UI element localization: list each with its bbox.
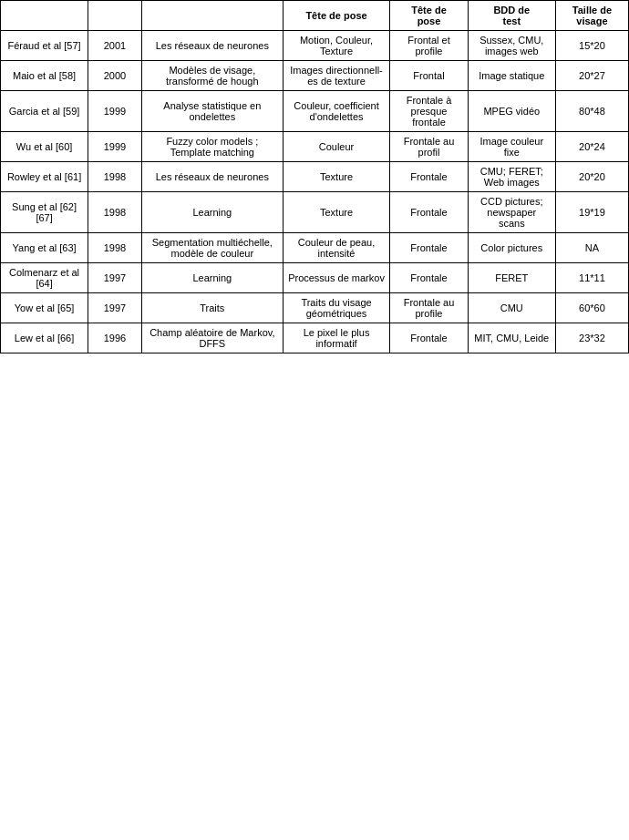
cell-approche: Learning [141,263,283,293]
cell-tete-pose2: Frontal [390,61,468,91]
cell-bdd: Image statique [468,61,555,91]
header-tete-pose: Tête de pose [283,1,390,31]
cell-approche: Traits [141,293,283,323]
table-row: Yow et al [65]1997TraitsTraits du visage… [1,293,629,323]
header-taille: Taille devisage [555,1,628,31]
table-row: Sung et al [62][67]1998LearningTextureFr… [1,192,629,233]
table-row: Garcia et al [59]1999Analyse statistique… [1,91,629,132]
cell-bdd: Color pictures [468,233,555,263]
cell-auteurs: Maio et al [58] [1,61,88,91]
cell-approche: Fuzzy color models ; Template matching [141,132,283,162]
cell-tete-pose: Processus de markov [283,263,390,293]
cell-tete-pose: Motion, Couleur, Texture [283,31,390,61]
cell-tete-pose: Images directionnell-es de texture [283,61,390,91]
cell-tete-pose: Couleur de peau, intensité [283,233,390,263]
table-row: Wu et al [60]1999Fuzzy color models ; Te… [1,132,629,162]
cell-annee: 1998 [88,162,142,192]
cell-auteurs: Sung et al [62][67] [1,192,88,233]
cell-bdd: CMU [468,293,555,323]
cell-tete-pose: Couleur, coefficient d'ondelettes [283,91,390,132]
cell-annee: 1999 [88,132,142,162]
cell-approche: Learning [141,192,283,233]
cell-bdd: MPEG vidéo [468,91,555,132]
cell-auteurs: Yang et al [63] [1,233,88,263]
cell-tete-pose: Traits du visage géométriques [283,293,390,323]
cell-auteurs: Garcia et al [59] [1,91,88,132]
cell-taille: 23*32 [555,323,628,353]
header-tete-pose2: Tête depose [390,1,468,31]
cell-tete-pose: Texture [283,192,390,233]
cell-auteurs: Féraud et al [57] [1,31,88,61]
table-row: Colmenarz et al [64]1997LearningProcessu… [1,263,629,293]
cell-tete-pose2: Frontale [390,162,468,192]
cell-approche: Les réseaux de neurones [141,162,283,192]
cell-approche: Segmentation multiéchelle, modèle de cou… [141,233,283,263]
cell-annee: 1999 [88,91,142,132]
cell-bdd: MIT, CMU, Leide [468,323,555,353]
cell-tete-pose2: Frontale au profil [390,132,468,162]
cell-annee: 1998 [88,233,142,263]
cell-tete-pose2: Frontale [390,263,468,293]
cell-bdd: CCD pictures; newspaper scans [468,192,555,233]
cell-taille: NA [555,233,628,263]
cell-tete-pose2: Frontale [390,233,468,263]
cell-tete-pose: Couleur [283,132,390,162]
cell-taille: 11*11 [555,263,628,293]
table-row: Lew et al [66]1996Champ aléatoire de Mar… [1,323,629,353]
cell-taille: 20*27 [555,61,628,91]
cell-auteurs: Colmenarz et al [64] [1,263,88,293]
header-annee [88,1,142,31]
cell-annee: 1997 [88,293,142,323]
cell-bdd: CMU; FERET; Web images [468,162,555,192]
cell-tete-pose2: Frontale à presque frontale [390,91,468,132]
header-bdd: BDD detest [468,1,555,31]
cell-bdd: Image couleur fixe [468,132,555,162]
cell-taille: 20*24 [555,132,628,162]
cell-tete-pose2: Frontale [390,192,468,233]
table-row: Rowley et al [61]1998Les réseaux de neur… [1,162,629,192]
cell-auteurs: Yow et al [65] [1,293,88,323]
cell-annee: 1997 [88,263,142,293]
cell-annee: 2001 [88,31,142,61]
cell-auteurs: Wu et al [60] [1,132,88,162]
cell-taille: 15*20 [555,31,628,61]
cell-tete-pose2: Frontale [390,323,468,353]
cell-tete-pose: Le pixel le plus informatif [283,323,390,353]
cell-tete-pose2: Frontale au profile [390,293,468,323]
cell-approche: Modèles de visage, transformé de hough [141,61,283,91]
header-auteurs [1,1,88,31]
cell-taille: 80*48 [555,91,628,132]
cell-tete-pose: Texture [283,162,390,192]
cell-taille: 60*60 [555,293,628,323]
comparison-table: Tête de pose Tête depose BDD detest Tail… [0,0,629,353]
cell-bdd: Sussex, CMU, images web [468,31,555,61]
cell-auteurs: Lew et al [66] [1,323,88,353]
cell-approche: Analyse statistique en ondelettes [141,91,283,132]
cell-auteurs: Rowley et al [61] [1,162,88,192]
cell-taille: 19*19 [555,192,628,233]
cell-taille: 20*20 [555,162,628,192]
header-approche [141,1,283,31]
table-row: Féraud et al [57]2001Les réseaux de neur… [1,31,629,61]
cell-annee: 1996 [88,323,142,353]
cell-annee: 1998 [88,192,142,233]
cell-approche: Champ aléatoire de Markov, DFFS [141,323,283,353]
cell-approche: Les réseaux de neurones [141,31,283,61]
table-row: Maio et al [58]2000Modèles de visage, tr… [1,61,629,91]
cell-bdd: FERET [468,263,555,293]
cell-tete-pose2: Frontal et profile [390,31,468,61]
cell-annee: 2000 [88,61,142,91]
table-row: Yang et al [63]1998Segmentation multiéch… [1,233,629,263]
